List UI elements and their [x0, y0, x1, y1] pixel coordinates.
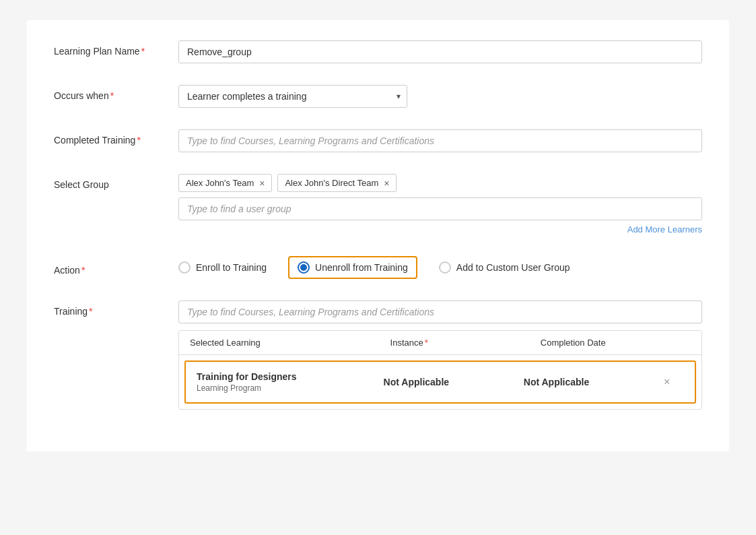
tag-label: Alex John's Team	[186, 178, 254, 188]
col-header-completion-date: Completion Date	[541, 338, 691, 348]
add-group-option-wrapper: Add to Custom User Group	[439, 261, 570, 274]
select-group-row: Select Group Alex John's Team × Alex Joh…	[54, 174, 702, 234]
action-control: Enroll to Training Unenroll from Trainin…	[178, 256, 702, 279]
add-group-radio-circle[interactable]	[439, 261, 451, 274]
occurs-when-control: Learner completes a training ▾	[178, 85, 702, 108]
training-label: Training*	[54, 301, 178, 317]
unenroll-radio-circle[interactable]	[298, 261, 310, 274]
user-group-input[interactable]	[178, 197, 702, 220]
form-container: Learning Plan Name* Occurs when* Learner…	[27, 20, 729, 451]
col-header-selected-learning: Selected Learning	[190, 338, 390, 348]
row-completion-date: Not Applicable	[524, 377, 664, 387]
col-header-instance: Instance*	[390, 338, 541, 348]
enroll-radio-circle[interactable]	[178, 261, 191, 274]
training-table: Selected Learning Instance* Completion D…	[178, 330, 702, 410]
occurs-when-label: Occurs when*	[54, 85, 178, 101]
learning-title: Training for Designers	[197, 371, 384, 382]
occurs-when-select[interactable]: Learner completes a training	[178, 85, 407, 108]
occurs-when-row: Occurs when* Learner completes a trainin…	[54, 85, 702, 108]
select-group-control: Alex John's Team × Alex John's Direct Te…	[178, 174, 702, 234]
learning-plan-name-control	[178, 40, 702, 63]
tag-close-alex-johns-team[interactable]: ×	[259, 179, 265, 188]
completed-training-row: Completed Training*	[54, 129, 702, 152]
completed-training-input[interactable]	[178, 129, 702, 152]
unenroll-label[interactable]: Unenroll from Training	[315, 262, 408, 273]
action-label: Action*	[54, 259, 178, 276]
training-input[interactable]	[178, 301, 702, 323]
table-row: Training for Designers Learning Program …	[184, 360, 696, 404]
row-instance: Not Applicable	[384, 377, 524, 387]
action-radio-group: Enroll to Training Unenroll from Trainin…	[178, 256, 702, 279]
tag-alex-johns-direct-team: Alex John's Direct Team ×	[277, 174, 397, 192]
table-header: Selected Learning Instance* Completion D…	[179, 331, 701, 355]
tag-close-alex-johns-direct-team[interactable]: ×	[384, 179, 389, 188]
learning-plan-name-input[interactable]	[178, 40, 702, 63]
row-action: ×	[664, 376, 684, 388]
training-row: Training* Selected Learning Instance* Co…	[54, 301, 702, 410]
enroll-option-wrapper: Enroll to Training	[178, 261, 267, 274]
learning-subtitle: Learning Program	[197, 383, 384, 393]
action-row: Action* Enroll to Training Unenroll from…	[54, 256, 702, 279]
enroll-label[interactable]: Enroll to Training	[196, 262, 267, 273]
learning-plan-name-row: Learning Plan Name*	[54, 40, 702, 63]
add-more-learners-link[interactable]: Add More Learners	[178, 224, 702, 234]
completed-training-label: Completed Training*	[54, 129, 178, 146]
learning-plan-name-label: Learning Plan Name*	[54, 40, 178, 57]
row-learning-info: Training for Designers Learning Program	[197, 371, 384, 393]
tag-label: Alex John's Direct Team	[285, 178, 378, 188]
add-group-label[interactable]: Add to Custom User Group	[456, 262, 570, 273]
unenroll-option-wrapper: Unenroll from Training	[288, 256, 417, 279]
tag-alex-johns-team: Alex John's Team ×	[178, 174, 272, 192]
occurs-when-select-wrapper: Learner completes a training ▾	[178, 85, 407, 108]
remove-row-button[interactable]: ×	[664, 376, 670, 388]
tags-row: Alex John's Team × Alex John's Direct Te…	[178, 174, 702, 192]
training-control: Selected Learning Instance* Completion D…	[178, 301, 702, 410]
completed-training-control	[178, 129, 702, 152]
select-group-label: Select Group	[54, 174, 178, 190]
